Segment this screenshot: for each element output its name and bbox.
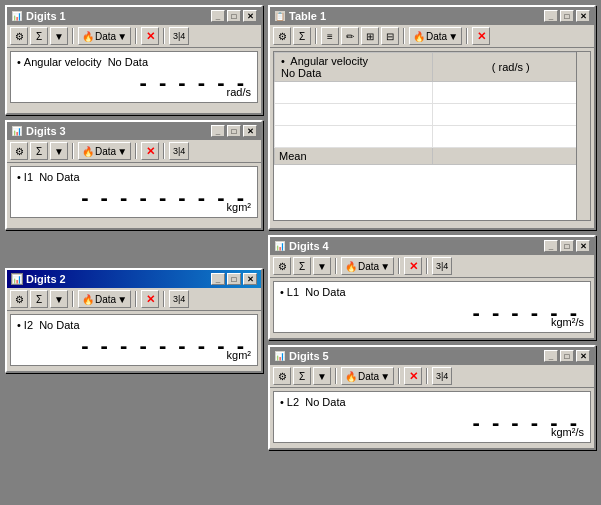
digits2-icon: 📊 [11,273,23,285]
digits1-unit: rad/s [227,86,251,98]
digits2-minimize[interactable]: _ [211,273,225,285]
digits5-sigma-btn[interactable]: Σ [293,367,311,385]
digits3-data-btn[interactable]: 🔥 Data ▼ [78,142,131,160]
sep15 [426,258,428,274]
digits2-format-btn[interactable]: 3|4 [169,290,189,308]
digits5-unit: kgm²/s [551,426,584,438]
digits4-close[interactable]: ✕ [576,240,590,252]
table1-toolbar: ⚙ Σ ≡ ✏ ⊞ ⊟ 🔥 Data ▼ ✕ [270,25,594,48]
digits1-close[interactable]: ✕ [243,10,257,22]
digits4-data-btn[interactable]: 🔥 Data ▼ [341,257,394,275]
table1-delete-btn[interactable]: ✕ [472,27,490,45]
digits3-unit: kgm² [227,201,251,213]
digits1-sigma-dropdown[interactable]: ▼ [50,27,68,45]
digits1-sigma-btn[interactable]: Σ [30,27,48,45]
table1-btn3[interactable]: ⊟ [381,27,399,45]
digits2-window: 📊 Digits 2 _ □ ✕ ⚙ Σ ▼ 🔥 Data ▼ ✕ 3|4 I2… [5,268,263,373]
sep10 [315,28,317,44]
digits4-settings-btn[interactable]: ⚙ [273,257,291,275]
table1-edit-btn[interactable]: ✏ [341,27,359,45]
digits1-label: Angular velocity No Data [17,56,251,68]
table-cell [275,82,433,104]
table1-col-btn[interactable]: ≡ [321,27,339,45]
table1-close[interactable]: ✕ [576,10,590,22]
digits5-data-btn[interactable]: 🔥 Data ▼ [341,367,394,385]
digits2-sigma-dropdown[interactable]: ▼ [50,290,68,308]
digits1-data-btn[interactable]: 🔥 Data ▼ [78,27,131,45]
digits4-unit: kgm²/s [551,316,584,328]
table-row [275,104,590,126]
digits5-titlebar: 📊 Digits 5 _ □ ✕ [270,347,594,365]
digits5-delete-btn[interactable]: ✕ [404,367,422,385]
digits3-close[interactable]: ✕ [243,125,257,137]
digits1-minimize[interactable]: _ [211,10,225,22]
digits1-maximize[interactable]: □ [227,10,241,22]
table1-maximize[interactable]: □ [560,10,574,22]
digits2-display: I2 No Data - - - - - - - - - kgm² [11,315,257,365]
digits5-settings-btn[interactable]: ⚙ [273,367,291,385]
table1-minimize[interactable]: _ [544,10,558,22]
digits2-unit: kgm² [227,349,251,361]
table1-settings-btn[interactable]: ⚙ [273,27,291,45]
digits5-value: - - - - - - [280,408,584,438]
digits5-minimize[interactable]: _ [544,350,558,362]
digits2-data-btn[interactable]: 🔥 Data ▼ [78,290,131,308]
digits3-maximize[interactable]: □ [227,125,241,137]
digits2-settings-btn[interactable]: ⚙ [10,290,28,308]
digits4-sigma-dropdown[interactable]: ▼ [313,257,331,275]
table-cell [275,104,433,126]
table1-data-btn[interactable]: 🔥 Data ▼ [409,27,462,45]
digits4-sigma-btn[interactable]: Σ [293,257,311,275]
digits4-delete-btn[interactable]: ✕ [404,257,422,275]
digits5-maximize[interactable]: □ [560,350,574,362]
digits3-sigma-btn[interactable]: Σ [30,142,48,160]
digits3-label: I1 No Data [17,171,251,183]
digits3-format-btn[interactable]: 3|4 [169,142,189,160]
digits4-window: 📊 Digits 4 _ □ ✕ ⚙ Σ ▼ 🔥 Data ▼ ✕ 3|4 L1… [268,235,596,340]
digits4-maximize[interactable]: □ [560,240,574,252]
digits3-delete-btn[interactable]: ✕ [141,142,159,160]
table1-window: 📋 Table 1 _ □ ✕ ⚙ Σ ≡ ✏ ⊞ ⊟ 🔥 Data ▼ ✕ [268,5,596,230]
table-cell [432,104,590,126]
digits5-label: L2 No Data [280,396,584,408]
table1-btn2[interactable]: ⊞ [361,27,379,45]
digits3-settings-btn[interactable]: ⚙ [10,142,28,160]
digits5-title: Digits 5 [289,350,329,362]
sep17 [398,368,400,384]
digits3-sigma-dropdown[interactable]: ▼ [50,142,68,160]
digits2-sigma-btn[interactable]: Σ [30,290,48,308]
digits4-titlebar: 📊 Digits 4 _ □ ✕ [270,237,594,255]
sep8 [135,291,137,307]
table1-table: Angular velocity No Data ( rad/s ) [274,52,590,165]
digits1-settings-btn[interactable]: ⚙ [10,27,28,45]
digits1-format-btn[interactable]: 3|4 [169,27,189,45]
digits4-toolbar: ⚙ Σ ▼ 🔥 Data ▼ ✕ 3|4 [270,255,594,278]
digits2-value: - - - - - - - - - [17,331,251,361]
digits4-minimize[interactable]: _ [544,240,558,252]
digits1-icon: 📊 [11,10,23,22]
table1-col-unit: ( rad/s ) [432,53,590,82]
digits2-maximize[interactable]: □ [227,273,241,285]
sep1 [72,28,74,44]
digits1-delete-btn[interactable]: ✕ [141,27,159,45]
sep7 [72,291,74,307]
digits3-content: I1 No Data - - - - - - - - - kgm² [10,166,258,218]
digits3-minimize[interactable]: _ [211,125,225,137]
digits1-content: Angular velocity No Data - - - - - - rad… [10,51,258,103]
digits4-title: Digits 4 [289,240,329,252]
bullet [281,55,288,67]
digits5-close[interactable]: ✕ [576,350,590,362]
digits2-label: I2 No Data [17,319,251,331]
digits2-close[interactable]: ✕ [243,273,257,285]
digits5-format-btn[interactable]: 3|4 [432,367,452,385]
table1-sigma-btn[interactable]: Σ [293,27,311,45]
sep14 [398,258,400,274]
digits5-sigma-dropdown[interactable]: ▼ [313,367,331,385]
table-row [275,126,590,148]
sep13 [335,258,337,274]
table1-scrollbar[interactable] [576,52,590,220]
digits4-format-btn[interactable]: 3|4 [432,257,452,275]
table1-unit: ( rad/s ) [492,61,530,73]
digits3-window: 📊 Digits 3 _ □ ✕ ⚙ Σ ▼ 🔥 Data ▼ ✕ 3|4 I1… [5,120,263,230]
digits2-delete-btn[interactable]: ✕ [141,290,159,308]
